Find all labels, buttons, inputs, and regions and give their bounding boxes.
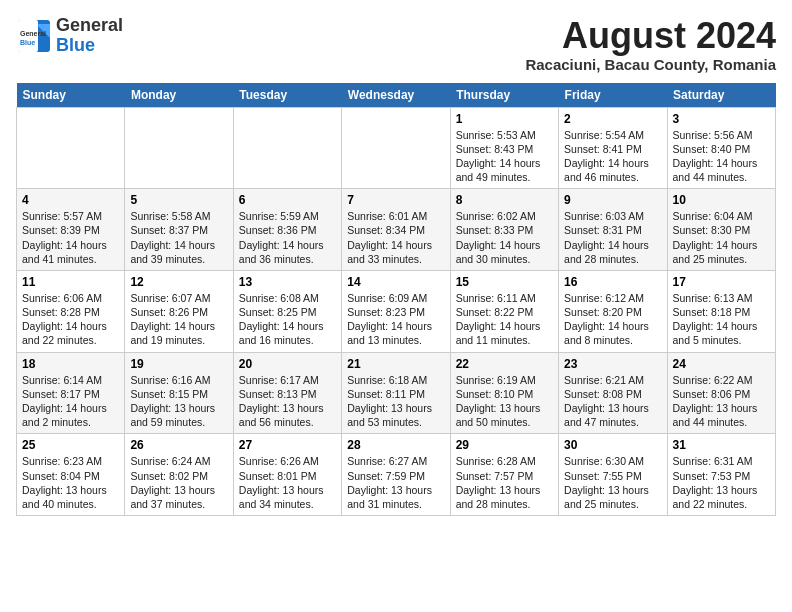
day-number: 22 <box>456 357 553 371</box>
header: General Blue General Blue August 2024 Ra… <box>16 16 776 73</box>
day-number: 21 <box>347 357 444 371</box>
day-header-wednesday: Wednesday <box>342 83 450 108</box>
logo-blue-text: Blue <box>56 35 95 55</box>
calendar-cell: 25Sunrise: 6:23 AM Sunset: 8:04 PM Dayli… <box>17 434 125 516</box>
day-number: 12 <box>130 275 227 289</box>
logo: General Blue General Blue <box>16 16 123 56</box>
calendar: SundayMondayTuesdayWednesdayThursdayFrid… <box>16 83 776 516</box>
day-info: Sunrise: 6:28 AM Sunset: 7:57 PM Dayligh… <box>456 454 553 511</box>
day-number: 5 <box>130 193 227 207</box>
day-number: 18 <box>22 357 119 371</box>
calendar-cell: 2Sunrise: 5:54 AM Sunset: 8:41 PM Daylig… <box>559 107 667 189</box>
day-info: Sunrise: 6:07 AM Sunset: 8:26 PM Dayligh… <box>130 291 227 348</box>
calendar-cell: 9Sunrise: 6:03 AM Sunset: 8:31 PM Daylig… <box>559 189 667 271</box>
day-info: Sunrise: 6:30 AM Sunset: 7:55 PM Dayligh… <box>564 454 661 511</box>
day-number: 30 <box>564 438 661 452</box>
calendar-cell: 12Sunrise: 6:07 AM Sunset: 8:26 PM Dayli… <box>125 270 233 352</box>
day-number: 1 <box>456 112 553 126</box>
calendar-week-row: 1Sunrise: 5:53 AM Sunset: 8:43 PM Daylig… <box>17 107 776 189</box>
day-info: Sunrise: 6:16 AM Sunset: 8:15 PM Dayligh… <box>130 373 227 430</box>
calendar-cell: 21Sunrise: 6:18 AM Sunset: 8:11 PM Dayli… <box>342 352 450 434</box>
day-info: Sunrise: 5:57 AM Sunset: 8:39 PM Dayligh… <box>22 209 119 266</box>
calendar-cell: 3Sunrise: 5:56 AM Sunset: 8:40 PM Daylig… <box>667 107 775 189</box>
day-info: Sunrise: 6:01 AM Sunset: 8:34 PM Dayligh… <box>347 209 444 266</box>
calendar-cell: 6Sunrise: 5:59 AM Sunset: 8:36 PM Daylig… <box>233 189 341 271</box>
day-header-thursday: Thursday <box>450 83 558 108</box>
day-info: Sunrise: 6:18 AM Sunset: 8:11 PM Dayligh… <box>347 373 444 430</box>
day-header-monday: Monday <box>125 83 233 108</box>
calendar-cell: 23Sunrise: 6:21 AM Sunset: 8:08 PM Dayli… <box>559 352 667 434</box>
location: Racaciuni, Bacau County, Romania <box>525 56 776 73</box>
day-number: 15 <box>456 275 553 289</box>
day-info: Sunrise: 6:04 AM Sunset: 8:30 PM Dayligh… <box>673 209 770 266</box>
day-info: Sunrise: 6:11 AM Sunset: 8:22 PM Dayligh… <box>456 291 553 348</box>
day-number: 7 <box>347 193 444 207</box>
day-number: 9 <box>564 193 661 207</box>
calendar-week-row: 11Sunrise: 6:06 AM Sunset: 8:28 PM Dayli… <box>17 270 776 352</box>
day-number: 25 <box>22 438 119 452</box>
logo-icon: General Blue <box>16 18 52 54</box>
day-info: Sunrise: 6:06 AM Sunset: 8:28 PM Dayligh… <box>22 291 119 348</box>
calendar-cell: 22Sunrise: 6:19 AM Sunset: 8:10 PM Dayli… <box>450 352 558 434</box>
calendar-cell: 15Sunrise: 6:11 AM Sunset: 8:22 PM Dayli… <box>450 270 558 352</box>
day-info: Sunrise: 6:21 AM Sunset: 8:08 PM Dayligh… <box>564 373 661 430</box>
calendar-cell: 13Sunrise: 6:08 AM Sunset: 8:25 PM Dayli… <box>233 270 341 352</box>
calendar-cell: 14Sunrise: 6:09 AM Sunset: 8:23 PM Dayli… <box>342 270 450 352</box>
day-info: Sunrise: 6:02 AM Sunset: 8:33 PM Dayligh… <box>456 209 553 266</box>
day-number: 13 <box>239 275 336 289</box>
day-info: Sunrise: 6:31 AM Sunset: 7:53 PM Dayligh… <box>673 454 770 511</box>
calendar-week-row: 25Sunrise: 6:23 AM Sunset: 8:04 PM Dayli… <box>17 434 776 516</box>
day-info: Sunrise: 6:24 AM Sunset: 8:02 PM Dayligh… <box>130 454 227 511</box>
day-info: Sunrise: 6:12 AM Sunset: 8:20 PM Dayligh… <box>564 291 661 348</box>
day-info: Sunrise: 5:54 AM Sunset: 8:41 PM Dayligh… <box>564 128 661 185</box>
day-info: Sunrise: 6:19 AM Sunset: 8:10 PM Dayligh… <box>456 373 553 430</box>
calendar-cell: 1Sunrise: 5:53 AM Sunset: 8:43 PM Daylig… <box>450 107 558 189</box>
day-number: 28 <box>347 438 444 452</box>
calendar-cell: 4Sunrise: 5:57 AM Sunset: 8:39 PM Daylig… <box>17 189 125 271</box>
calendar-week-row: 4Sunrise: 5:57 AM Sunset: 8:39 PM Daylig… <box>17 189 776 271</box>
day-number: 14 <box>347 275 444 289</box>
calendar-cell: 16Sunrise: 6:12 AM Sunset: 8:20 PM Dayli… <box>559 270 667 352</box>
month-year: August 2024 <box>525 16 776 56</box>
day-info: Sunrise: 5:59 AM Sunset: 8:36 PM Dayligh… <box>239 209 336 266</box>
calendar-cell: 20Sunrise: 6:17 AM Sunset: 8:13 PM Dayli… <box>233 352 341 434</box>
day-header-sunday: Sunday <box>17 83 125 108</box>
logo-general-text: General <box>56 15 123 35</box>
day-info: Sunrise: 5:53 AM Sunset: 8:43 PM Dayligh… <box>456 128 553 185</box>
day-number: 2 <box>564 112 661 126</box>
day-info: Sunrise: 6:13 AM Sunset: 8:18 PM Dayligh… <box>673 291 770 348</box>
calendar-cell: 8Sunrise: 6:02 AM Sunset: 8:33 PM Daylig… <box>450 189 558 271</box>
day-number: 26 <box>130 438 227 452</box>
day-number: 10 <box>673 193 770 207</box>
day-header-tuesday: Tuesday <box>233 83 341 108</box>
day-info: Sunrise: 6:17 AM Sunset: 8:13 PM Dayligh… <box>239 373 336 430</box>
day-info: Sunrise: 6:22 AM Sunset: 8:06 PM Dayligh… <box>673 373 770 430</box>
day-number: 4 <box>22 193 119 207</box>
calendar-cell: 31Sunrise: 6:31 AM Sunset: 7:53 PM Dayli… <box>667 434 775 516</box>
day-info: Sunrise: 6:03 AM Sunset: 8:31 PM Dayligh… <box>564 209 661 266</box>
day-header-saturday: Saturday <box>667 83 775 108</box>
title-area: August 2024 Racaciuni, Bacau County, Rom… <box>525 16 776 73</box>
calendar-header-row: SundayMondayTuesdayWednesdayThursdayFrid… <box>17 83 776 108</box>
day-number: 20 <box>239 357 336 371</box>
day-info: Sunrise: 6:08 AM Sunset: 8:25 PM Dayligh… <box>239 291 336 348</box>
calendar-cell: 10Sunrise: 6:04 AM Sunset: 8:30 PM Dayli… <box>667 189 775 271</box>
svg-text:Blue: Blue <box>20 39 35 46</box>
calendar-cell <box>125 107 233 189</box>
calendar-cell: 17Sunrise: 6:13 AM Sunset: 8:18 PM Dayli… <box>667 270 775 352</box>
calendar-cell: 11Sunrise: 6:06 AM Sunset: 8:28 PM Dayli… <box>17 270 125 352</box>
calendar-week-row: 18Sunrise: 6:14 AM Sunset: 8:17 PM Dayli… <box>17 352 776 434</box>
day-number: 11 <box>22 275 119 289</box>
day-info: Sunrise: 6:14 AM Sunset: 8:17 PM Dayligh… <box>22 373 119 430</box>
day-header-friday: Friday <box>559 83 667 108</box>
day-info: Sunrise: 5:56 AM Sunset: 8:40 PM Dayligh… <box>673 128 770 185</box>
day-number: 23 <box>564 357 661 371</box>
day-number: 31 <box>673 438 770 452</box>
day-info: Sunrise: 5:58 AM Sunset: 8:37 PM Dayligh… <box>130 209 227 266</box>
day-info: Sunrise: 6:09 AM Sunset: 8:23 PM Dayligh… <box>347 291 444 348</box>
calendar-cell <box>342 107 450 189</box>
day-number: 29 <box>456 438 553 452</box>
day-number: 8 <box>456 193 553 207</box>
day-info: Sunrise: 6:23 AM Sunset: 8:04 PM Dayligh… <box>22 454 119 511</box>
day-number: 24 <box>673 357 770 371</box>
